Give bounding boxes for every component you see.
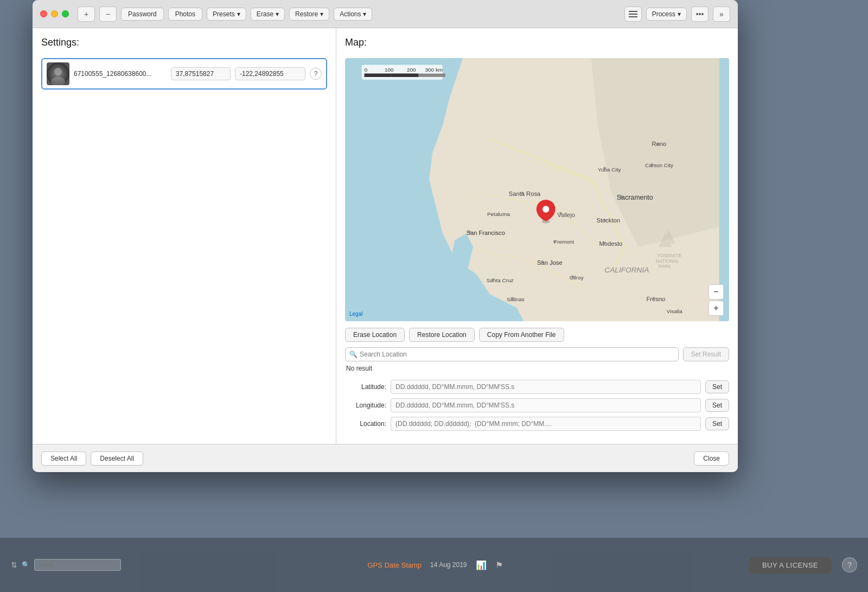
process-chevron-icon: ▾ <box>678 10 681 18</box>
settings-title: Settings: <box>41 37 327 48</box>
svg-text:Santa Cruz: Santa Cruz <box>487 277 514 283</box>
location-label: Location: <box>345 420 386 428</box>
restore-location-button[interactable]: Restore Location <box>409 328 475 342</box>
svg-point-34 <box>521 192 524 194</box>
svg-text:Fresno: Fresno <box>646 296 665 302</box>
copy-from-another-file-button[interactable]: Copy From Another File <box>479 328 564 342</box>
svg-rect-53 <box>365 74 392 77</box>
svg-text:NATIONAL: NATIONAL <box>656 258 679 264</box>
help-icon[interactable]: ? <box>842 557 857 572</box>
svg-point-32 <box>650 163 653 166</box>
svg-point-35 <box>603 219 606 221</box>
longitude-input[interactable] <box>391 398 701 412</box>
presets-chevron-icon: ▾ <box>237 10 240 18</box>
svg-text:PARK: PARK <box>659 264 671 269</box>
zoom-in-button[interactable]: + <box>709 301 724 316</box>
svg-text:300 km: 300 km <box>425 67 443 73</box>
restore-button[interactable]: Restore ▾ <box>289 8 329 21</box>
list-view-button[interactable] <box>624 7 642 22</box>
maximize-button[interactable] <box>62 10 69 17</box>
location-set-button[interactable]: Set <box>705 417 729 430</box>
minimize-button[interactable] <box>51 10 58 17</box>
restore-chevron-icon: ▾ <box>320 10 323 18</box>
latitude-label: Latitude: <box>345 383 386 391</box>
svg-text:Petaluma: Petaluma <box>487 211 510 217</box>
buy-license-button[interactable]: BUY A LICENSE <box>749 557 831 574</box>
svg-point-43 <box>511 297 514 300</box>
location-input[interactable] <box>391 417 701 431</box>
svg-text:Gilroy: Gilroy <box>570 275 584 281</box>
svg-point-46 <box>542 206 549 212</box>
actions-button[interactable]: Actions ▾ <box>334 8 372 21</box>
erase-button[interactable]: Erase ▾ <box>251 8 285 21</box>
svg-point-33 <box>620 195 623 199</box>
password-button[interactable]: Password <box>121 8 164 21</box>
latitude-set-button[interactable]: Set <box>705 380 729 393</box>
presets-button[interactable]: Presets ▾ <box>207 8 246 21</box>
zoom-out-button[interactable]: − <box>709 284 724 300</box>
map-container[interactable]: YOSEMITE NATIONAL PARK Reno Yuba City Ca… <box>345 58 729 321</box>
photo-filename: 67100555_12680638600... <box>74 70 167 78</box>
bottom-bar: Select All Deselect All Close <box>33 444 738 472</box>
svg-text:Fremont: Fremont <box>554 239 574 245</box>
longitude-row: Longitude: Set <box>345 398 729 412</box>
latitude-row: Latitude: Set <box>345 380 729 394</box>
svg-point-31 <box>603 167 606 169</box>
add-tab-button[interactable]: + <box>78 7 95 22</box>
photo-thumbnail <box>47 62 69 85</box>
svg-point-44 <box>653 297 655 300</box>
erase-location-button[interactable]: Erase Location <box>345 328 405 342</box>
longitude-set-button[interactable]: Set <box>705 399 729 412</box>
set-result-button[interactable]: Set Result <box>683 347 729 361</box>
sort-icon: ⇅ <box>11 561 17 569</box>
close-area: Close <box>694 451 729 466</box>
photo-row: 67100555_12680638600... ? <box>41 58 327 90</box>
process-button[interactable]: Process ▾ <box>646 8 687 21</box>
erase-chevron-icon: ▾ <box>276 10 279 18</box>
select-all-button[interactable]: Select All <box>41 451 86 466</box>
svg-point-36 <box>559 212 562 215</box>
svg-rect-1 <box>629 14 637 15</box>
svg-text:San Jose: San Jose <box>537 259 563 266</box>
svg-rect-54 <box>391 74 418 77</box>
svg-text:Carson City: Carson City <box>645 162 673 168</box>
close-button[interactable]: Close <box>694 451 729 466</box>
latitude-field[interactable] <box>171 67 231 80</box>
svg-text:CALIFORNIA: CALIFORNIA <box>604 266 649 274</box>
svg-rect-2 <box>629 16 637 17</box>
svg-point-40 <box>541 260 544 263</box>
svg-point-4 <box>54 68 62 75</box>
remove-tab-button[interactable]: − <box>99 7 117 22</box>
no-result-label: No result <box>345 365 729 372</box>
date-value: 14 Aug 2019 <box>430 561 467 569</box>
chart-icon[interactable]: 📊 <box>476 560 487 570</box>
map-panel: Map: <box>336 28 738 444</box>
close-button[interactable] <box>40 10 47 17</box>
flag-icon[interactable]: ⚑ <box>495 560 503 570</box>
svg-text:YOSEMITE: YOSEMITE <box>657 253 681 258</box>
overflow-button[interactable]: » <box>713 7 730 22</box>
svg-text:Stockton: Stockton <box>596 217 620 224</box>
svg-point-30 <box>657 143 660 146</box>
search-location-input[interactable] <box>345 347 679 361</box>
actions-chevron-icon: ▾ <box>363 10 366 18</box>
selection-buttons: Select All Deselect All <box>41 451 143 466</box>
more-button[interactable]: ••• <box>691 7 709 22</box>
search-row: 🔍 Set Result <box>345 347 729 361</box>
longitude-label: Longitude: <box>345 402 386 409</box>
longitude-field[interactable] <box>235 67 305 80</box>
location-action-buttons: Erase Location Restore Location Copy Fro… <box>345 328 729 342</box>
deselect-all-button[interactable]: Deselect All <box>91 451 143 466</box>
svg-text:0: 0 <box>365 67 368 73</box>
map-zoom-controls: − + <box>709 284 724 316</box>
latitude-input[interactable] <box>391 380 701 394</box>
filter-input[interactable] <box>34 559 121 571</box>
map-legal-link[interactable]: Legal <box>349 311 362 317</box>
svg-point-41 <box>492 278 495 281</box>
svg-text:100: 100 <box>385 67 394 73</box>
svg-rect-0 <box>629 11 637 12</box>
svg-text:Visalia: Visalia <box>667 308 683 314</box>
filter-search-icon: 🔍 <box>22 561 30 569</box>
photos-button[interactable]: Photos <box>168 8 202 21</box>
help-button[interactable]: ? <box>310 68 322 80</box>
